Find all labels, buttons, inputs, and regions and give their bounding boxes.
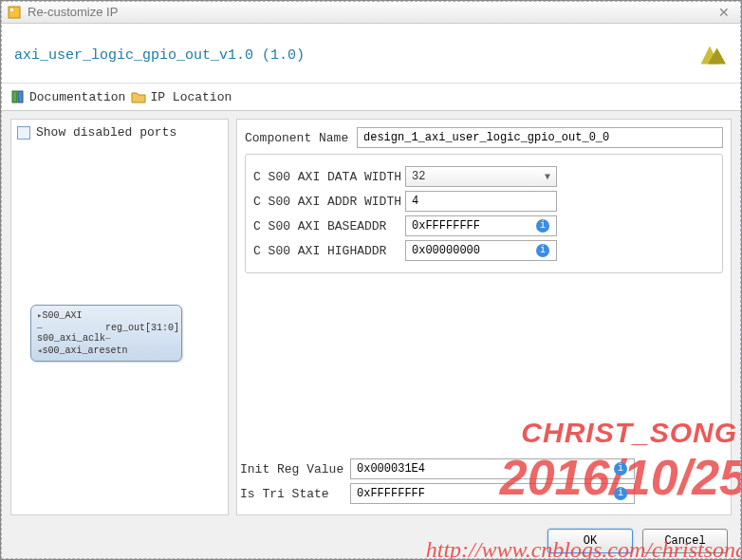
tristate-label: Is Tri State bbox=[240, 487, 350, 501]
folder-icon bbox=[131, 89, 146, 104]
baseaddr-label: C S00 AXI BASEADDR bbox=[253, 219, 405, 233]
window-title: Re-customize IP bbox=[28, 5, 118, 19]
svg-rect-0 bbox=[9, 7, 20, 18]
init-reg-input[interactable] bbox=[350, 458, 635, 479]
show-disabled-ports-checkbox[interactable] bbox=[17, 126, 30, 140]
data-width-value: 32 bbox=[412, 170, 425, 183]
window-controls: ✕ bbox=[713, 5, 735, 20]
book-icon bbox=[10, 89, 26, 104]
port-s00-axi: S00_AXI bbox=[42, 310, 82, 321]
cancel-button[interactable]: Cancel bbox=[642, 529, 728, 553]
documentation-label: Documentation bbox=[29, 90, 125, 104]
ok-label: OK bbox=[584, 534, 597, 548]
show-disabled-ports-row[interactable]: Show disabled ports bbox=[17, 125, 222, 140]
highaddr-input[interactable] bbox=[405, 240, 557, 261]
header: axi_user_logic_gpio_out_v1.0 (1.0) bbox=[1, 24, 741, 84]
ok-button[interactable]: OK bbox=[547, 529, 633, 553]
info-icon[interactable]: i bbox=[614, 462, 627, 476]
app-icon bbox=[7, 5, 22, 20]
init-reg-label: Init Reg Value bbox=[240, 462, 350, 476]
component-name-label: Component Name bbox=[245, 131, 357, 145]
titlebar: Re-customize IP ✕ bbox=[1, 1, 741, 24]
info-icon[interactable]: i bbox=[536, 219, 549, 233]
addr-width-label: C S00 AXI ADDR WIDTH bbox=[253, 195, 405, 209]
documentation-button[interactable]: Documentation bbox=[10, 89, 125, 104]
port-aresetn: s00_axi_aresetn bbox=[42, 345, 127, 356]
component-name-row: Component Name bbox=[245, 127, 723, 148]
toolbar: Documentation IP Location bbox=[1, 84, 741, 111]
data-width-dropdown[interactable]: 32 ▼ bbox=[405, 166, 557, 187]
tristate-input[interactable] bbox=[350, 483, 635, 504]
svg-rect-5 bbox=[18, 91, 23, 103]
chevron-down-icon: ▼ bbox=[545, 172, 550, 182]
cancel-label: Cancel bbox=[664, 534, 705, 548]
preview-pane: Show disabled ports ▸S00_AXI —s00_axi_ac… bbox=[10, 119, 229, 515]
bottom-fields: Init Reg Value i Is Tri State i bbox=[240, 455, 724, 508]
ip-location-label: IP Location bbox=[150, 90, 232, 104]
ip-location-button[interactable]: IP Location bbox=[131, 89, 232, 104]
svg-rect-1 bbox=[10, 9, 13, 11]
axi-params-group: C S00 AXI DATA WIDTH 32 ▼ C S00 AXI ADDR… bbox=[245, 154, 723, 273]
svg-rect-4 bbox=[12, 91, 17, 103]
button-bar: OK Cancel bbox=[547, 529, 728, 553]
addr-width-input[interactable] bbox=[405, 191, 557, 212]
close-icon[interactable]: ✕ bbox=[713, 5, 735, 20]
vendor-logo bbox=[692, 37, 728, 73]
data-width-label: C S00 AXI DATA WIDTH bbox=[253, 170, 405, 184]
highaddr-label: C S00 AXI HIGHADDR bbox=[253, 244, 405, 258]
component-name-input[interactable] bbox=[357, 127, 723, 148]
ip-title: axi_user_logic_gpio_out_v1.0 (1.0) bbox=[14, 47, 305, 64]
port-reg-out: reg_out[31:0] bbox=[105, 323, 179, 333]
port-aclk: s00_axi_aclk bbox=[37, 333, 105, 344]
ip-block-diagram[interactable]: ▸S00_AXI —s00_axi_aclkreg_out[31:0]— ◂s0… bbox=[30, 305, 182, 362]
info-icon[interactable]: i bbox=[614, 487, 627, 500]
baseaddr-input[interactable] bbox=[405, 215, 557, 236]
info-icon[interactable]: i bbox=[536, 244, 549, 257]
show-disabled-ports-label: Show disabled ports bbox=[36, 125, 176, 140]
